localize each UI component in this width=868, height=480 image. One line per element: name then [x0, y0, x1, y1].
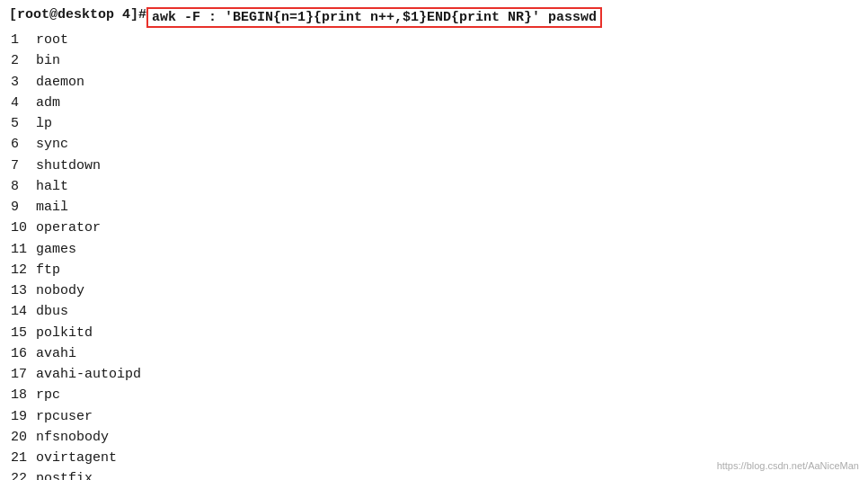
list-item: 3daemon [9, 72, 859, 93]
line-number: 14 [11, 301, 36, 322]
line-value: avahi-autoipd [36, 364, 141, 385]
list-item: 11games [9, 239, 859, 260]
line-value: polkitd [36, 323, 93, 343]
line-value: root [36, 30, 68, 50]
line-number: 17 [11, 364, 36, 385]
line-value: games [36, 239, 76, 260]
line-number: 4 [11, 93, 36, 113]
list-item: 8halt [9, 176, 859, 197]
line-value: shutdown [36, 156, 101, 176]
line-number: 13 [11, 280, 36, 301]
line-number: 5 [11, 113, 36, 134]
line-value: rpcuser [36, 406, 93, 427]
list-item: 19rpcuser [9, 406, 859, 427]
prompt-line: [root@desktop 4]# awk -F : 'BEGIN{n=1}{p… [9, 7, 859, 28]
list-item: 16avahi [9, 343, 859, 364]
line-value: ovirtagent [36, 448, 117, 468]
list-item: 14dbus [9, 301, 859, 322]
line-value: sync [36, 134, 68, 155]
line-value: bin [36, 50, 60, 71]
line-number: 6 [11, 134, 36, 155]
line-number: 20 [11, 427, 36, 448]
line-value: halt [36, 176, 68, 197]
line-number: 18 [11, 385, 36, 405]
line-number: 3 [11, 72, 36, 93]
line-number: 9 [11, 197, 36, 218]
line-value: rpc [36, 385, 60, 405]
list-item: 10operator [9, 218, 859, 238]
line-value: postfix [36, 468, 93, 480]
line-value: operator [36, 218, 101, 238]
line-number: 2 [11, 50, 36, 71]
line-value: avahi [36, 343, 76, 364]
line-number: 16 [11, 343, 36, 364]
command-box: awk -F : 'BEGIN{n=1}{print n++,$1}END{pr… [146, 7, 602, 28]
watermark: https://blog.csdn.net/AaNiceMan [717, 460, 859, 471]
line-number: 15 [11, 323, 36, 343]
list-item: 2bin [9, 50, 859, 71]
line-value: adm [36, 93, 60, 113]
line-number: 8 [11, 176, 36, 197]
line-number: 10 [11, 218, 36, 238]
terminal: [root@desktop 4]# awk -F : 'BEGIN{n=1}{p… [0, 0, 868, 480]
list-item: 13nobody [9, 280, 859, 301]
list-item: 18rpc [9, 385, 859, 405]
list-item: 17avahi-autoipd [9, 364, 859, 385]
list-item: 20nfsnobody [9, 427, 859, 448]
line-number: 7 [11, 156, 36, 176]
list-item: 12ftp [9, 260, 859, 280]
line-value: daemon [36, 72, 84, 93]
list-item: 15polkitd [9, 323, 859, 343]
prompt-text: [root@desktop 4]# [9, 7, 146, 22]
line-value: lp [36, 113, 52, 134]
line-number: 19 [11, 406, 36, 427]
list-item: 6sync [9, 134, 859, 155]
line-value: dbus [36, 301, 68, 322]
list-item: 1root [9, 30, 859, 50]
line-number: 22 [11, 468, 36, 480]
line-value: ftp [36, 260, 60, 280]
list-item: 7shutdown [9, 156, 859, 176]
line-value: mail [36, 197, 68, 218]
output-container: 1root2bin3daemon4adm5lp6sync7shutdown8ha… [9, 30, 859, 480]
list-item: 4adm [9, 93, 859, 113]
line-number: 11 [11, 239, 36, 260]
line-number: 12 [11, 260, 36, 280]
list-item: 9mail [9, 197, 859, 218]
line-value: nobody [36, 280, 84, 301]
line-number: 1 [11, 30, 36, 50]
line-value: nfsnobody [36, 427, 109, 448]
line-number: 21 [11, 448, 36, 468]
list-item: 5lp [9, 113, 859, 134]
